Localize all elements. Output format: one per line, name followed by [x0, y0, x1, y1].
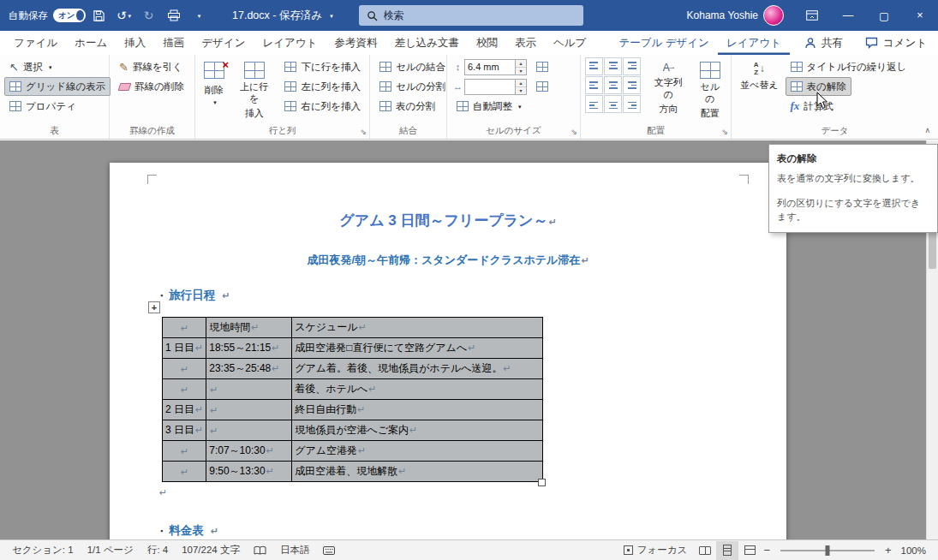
view-gridlines-button[interactable]: グリッド線の表示 [4, 77, 111, 96]
select-button[interactable]: ↖ 選択 ▾ [4, 57, 57, 76]
tab-view[interactable]: 表示 [506, 31, 545, 55]
dialog-launcher-cell-size[interactable]: ⇘ [571, 128, 577, 136]
status-line[interactable]: 行: 4 [140, 544, 175, 557]
dialog-launcher-rows-columns[interactable]: ⇘ [360, 128, 367, 136]
collapse-ribbon-button[interactable]: ∧ [924, 126, 930, 134]
table-cell[interactable]: ↵ [163, 359, 206, 379]
merge-cells-button[interactable]: セルの結合 [374, 57, 451, 76]
search-box[interactable] [359, 5, 583, 26]
zoom-slider[interactable] [780, 550, 875, 551]
repeat-header-rows-button[interactable]: タイトル行の繰り返し [786, 57, 912, 76]
autofit-button[interactable]: 自動調整 ▾ [451, 97, 577, 116]
read-mode-button[interactable] [694, 541, 716, 560]
tab-home[interactable]: ホーム [66, 31, 116, 55]
column-width-input[interactable] [464, 79, 516, 95]
distribute-rows-button[interactable] [532, 58, 553, 75]
align-top-center-button[interactable] [604, 57, 622, 75]
text-direction-button[interactable]: A↓ 文字列の 方向 [647, 57, 690, 116]
dialog-launcher-alignment[interactable]: ⇘ [721, 128, 728, 136]
insert-left-button[interactable]: 左に列を挿入 [279, 77, 366, 96]
status-language[interactable]: 日本語 [273, 544, 317, 557]
row-height-input[interactable] [464, 59, 516, 75]
eraser-button[interactable]: 罫線の削除 [114, 77, 189, 96]
table-cell[interactable]: 成田空港着、現地解散↵ [292, 462, 543, 482]
table-cell[interactable]: ↵ [206, 379, 292, 400]
table-resize-handle[interactable] [538, 479, 546, 486]
tab-review[interactable]: 校閲 [468, 31, 506, 55]
align-top-right-button[interactable] [623, 57, 641, 75]
tab-file[interactable]: ファイル [5, 31, 66, 55]
align-center-button[interactable] [604, 76, 622, 94]
document-heading-prices[interactable]: ▪ 料金表↵ [160, 523, 218, 539]
align-bottom-right-button[interactable] [623, 95, 641, 113]
table-cell[interactable]: ↵ [163, 379, 206, 400]
save-button[interactable] [87, 3, 111, 28]
delete-button[interactable]: × 削除 ▾ [200, 57, 229, 107]
distribute-columns-button[interactable] [532, 78, 553, 95]
insert-right-button[interactable]: 右に列を挿入 [279, 97, 366, 116]
align-top-left-button[interactable] [585, 57, 603, 75]
undo-button[interactable]: ↺ ▾ [112, 3, 135, 28]
autosave-toggle[interactable]: 自動保存 オン [9, 9, 86, 22]
zoom-out-button[interactable]: − [761, 544, 773, 557]
zoom-slider-thumb[interactable] [825, 545, 829, 556]
zoom-level[interactable]: 100% [894, 545, 933, 556]
focus-mode-button[interactable]: フォーカス [617, 544, 695, 557]
qat-customize-button[interactable]: ▾ [187, 3, 210, 28]
table-move-handle[interactable]: + [148, 301, 160, 313]
status-section[interactable]: セクション: 1 [5, 544, 81, 557]
maximize-button[interactable]: ▢ [866, 0, 902, 31]
table-cell[interactable]: 着後、ホテルへ↵ [292, 379, 543, 400]
keyboard-status[interactable] [316, 546, 342, 555]
document-page[interactable]: グアム 3 日間～フリープラン～↵ 成田夜発/朝～午前帰：スタンダードクラスホテ… [110, 163, 786, 539]
table-cell[interactable]: グアム空港発↵ [292, 441, 543, 462]
tab-mailings[interactable]: 差し込み文書 [385, 31, 468, 55]
tab-table-design[interactable]: テーブル デザイン [610, 31, 718, 55]
minimize-button[interactable]: — [830, 0, 866, 31]
table-cell[interactable]: 終日自由行動↵ [292, 400, 543, 420]
cell-margins-button[interactable]: セルの 配置 [692, 57, 727, 121]
tab-table-layout[interactable]: レイアウト [718, 31, 790, 55]
share-button[interactable]: 共有 [793, 31, 854, 55]
insert-above-button[interactable]: 上に行を 挿入 [231, 57, 277, 121]
split-cells-button[interactable]: セルの分割 [374, 77, 451, 96]
table-cell[interactable]: ↵ [163, 462, 206, 482]
row-height-spinner[interactable]: ▴ ▾ [516, 59, 527, 75]
document-title[interactable]: 17.docx - 保存済み ▾ [232, 9, 333, 23]
align-center-left-button[interactable] [585, 76, 603, 94]
table-cell[interactable]: 7:07～10:30↵ [206, 441, 292, 462]
document-heading-itinerary[interactable]: ▪ 旅行日程↵ [160, 288, 230, 303]
align-bottom-center-button[interactable] [604, 95, 622, 113]
close-button[interactable]: × [902, 0, 938, 31]
document-main-title[interactable]: グアム 3 日間～フリープラン～↵ [161, 211, 735, 230]
column-width-spinner[interactable]: ▴ ▾ [516, 79, 527, 95]
document-subtitle[interactable]: 成田夜発/朝～午前帰：スタンダードクラスホテル滞在↵ [161, 253, 735, 268]
proofing-status[interactable] [247, 545, 273, 556]
table-cell[interactable]: スケジュール↵ [292, 318, 543, 338]
user-name[interactable]: Kohama Yoshie [687, 9, 758, 21]
tab-layout[interactable]: レイアウト [254, 31, 326, 55]
search-input[interactable] [384, 9, 576, 21]
align-center-right-button[interactable] [623, 76, 641, 94]
comments-button[interactable]: コメント [854, 31, 938, 55]
formula-button[interactable]: fx 計算式 [786, 97, 839, 116]
table-cell[interactable]: ↵ [206, 420, 292, 441]
web-layout-button[interactable] [738, 541, 761, 560]
table-cell[interactable]: ↵ [163, 318, 206, 338]
table-cell[interactable]: 3 日目↵ [163, 420, 206, 441]
print-button[interactable] [162, 3, 185, 28]
tab-help[interactable]: ヘルプ [545, 31, 594, 55]
table-cell[interactable]: 1 日目↵ [163, 338, 206, 359]
table-cell[interactable]: 成田空港発□直行便にて空路グアムへ↵ [292, 338, 543, 359]
table-cell[interactable]: 現地係員が空港へご案内↵ [292, 420, 543, 441]
tab-draw[interactable]: 描画 [154, 31, 193, 55]
properties-button[interactable]: プロパティ [4, 97, 81, 116]
sort-button[interactable]: AZ ↓ 並べ替え [736, 57, 783, 92]
ribbon-display-options-button[interactable] [794, 0, 830, 31]
table-cell[interactable]: ↵ [206, 400, 292, 420]
split-table-button[interactable]: 表の分割 [374, 97, 440, 116]
status-page[interactable]: 1/1 ページ [81, 544, 140, 557]
draw-table-button[interactable]: ✎ 罫線を引く [114, 57, 188, 76]
zoom-in-button[interactable]: + [882, 544, 894, 557]
table-cell[interactable]: グアム着。着後、現地係員がホテルへ送迎。↵ [292, 359, 543, 379]
